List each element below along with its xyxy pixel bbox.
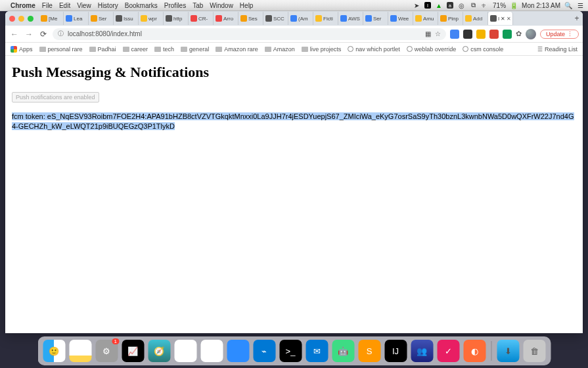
browser-tab[interactable]: Wee — [388, 12, 413, 25]
menu-history[interactable]: History — [98, 2, 118, 9]
browser-tab[interactable]: (Am — [288, 12, 313, 25]
tab-close-icon[interactable]: ✕ — [507, 16, 511, 22]
ext-icon[interactable] — [450, 30, 459, 39]
menubar-clock[interactable]: Mon 2:13 AM — [522, 2, 560, 9]
dock-notes[interactable] — [69, 340, 91, 362]
reload-button[interactable]: ⟳ — [38, 29, 49, 39]
dock-trash[interactable]: 🗑 — [523, 340, 545, 362]
tab-title: (Am — [298, 16, 308, 22]
status-icon[interactable]: ➤ — [413, 1, 420, 9]
status-icon[interactable]: ◎ — [457, 1, 465, 9]
extensions-icon[interactable]: ✿ — [516, 30, 522, 38]
browser-tab[interactable]: Issu — [114, 12, 139, 25]
window-maximize[interactable] — [28, 16, 34, 22]
browser-tab[interactable]: CR- — [189, 12, 214, 25]
browser-tab[interactable]: Ser — [363, 12, 388, 25]
address-bar[interactable]: ⓘ localhost:8080/index.html ▦ ☆ — [53, 28, 446, 40]
browser-tab[interactable]: [Me — [39, 12, 64, 25]
browser-tab[interactable]: Pinp — [438, 12, 463, 25]
dock-safari[interactable]: 🧭 — [148, 340, 170, 362]
wifi-icon[interactable]: ᯤ — [481, 1, 489, 9]
dock-vscode[interactable]: ⌁ — [253, 340, 275, 362]
ext-icon[interactable] — [503, 30, 512, 39]
browser-tab[interactable]: Add — [463, 12, 488, 25]
ext-icon[interactable] — [489, 30, 499, 39]
status-icon[interactable]: I — [424, 2, 431, 9]
ext-icon[interactable] — [476, 30, 486, 39]
dock-slack[interactable]: ✱ — [200, 340, 223, 362]
profile-avatar[interactable] — [526, 29, 536, 39]
dock-teams[interactable]: 👥 — [411, 340, 433, 362]
qr-icon[interactable]: ▦ — [425, 30, 431, 37]
fcm-token-text[interactable]: fcm token: eS_NqESV93Roibm7FOE2H4:APA91b… — [12, 112, 576, 131]
dock-sublime[interactable]: S — [358, 340, 380, 362]
bookmark-item[interactable]: general — [181, 46, 209, 53]
menu-profiles[interactable]: Profiles — [164, 2, 186, 9]
control-center-icon[interactable]: ☰ — [576, 1, 584, 9]
bookmark-item[interactable]: Amazon — [265, 46, 295, 53]
browser-tab[interactable]: I ✕✕ — [488, 12, 513, 25]
dock-finder[interactable]: 🙂 — [43, 340, 65, 362]
browser-tab[interactable]: Amu — [413, 12, 438, 25]
bookmark-item[interactable]: career — [123, 46, 148, 53]
tab-title: Arro — [223, 16, 233, 22]
favicon — [66, 15, 72, 22]
bookmark-item[interactable]: tech — [154, 46, 174, 53]
bookmark-item[interactable]: nav which portlet — [348, 46, 400, 53]
new-tab-button[interactable]: + — [571, 14, 583, 23]
menu-edit[interactable]: Edit — [59, 2, 70, 9]
browser-tab[interactable]: SCC — [263, 12, 288, 25]
menu-help[interactable]: Help — [240, 2, 254, 9]
battery-icon[interactable]: 🔋 — [510, 1, 518, 9]
browser-tab[interactable]: http — [164, 12, 189, 25]
app-name[interactable]: Chrome — [11, 2, 35, 9]
dock-postman[interactable]: ◐ — [463, 340, 486, 362]
favicon — [41, 15, 47, 22]
browser-tab[interactable]: Ser — [89, 12, 114, 25]
status-icon[interactable]: ▲ — [435, 1, 443, 9]
menu-tab[interactable]: Tab — [192, 2, 203, 9]
menu-window[interactable]: Window — [210, 2, 233, 9]
bookmark-item[interactable]: csm console — [463, 46, 503, 53]
bookmark-item[interactable]: personal rare — [39, 46, 83, 53]
status-icon[interactable]: ⧉ — [469, 1, 477, 9]
folder-icon — [89, 47, 96, 52]
bookmark-star-icon[interactable]: ☆ — [435, 30, 441, 37]
browser-tab[interactable]: Arro — [214, 12, 238, 25]
menu-bookmarks[interactable]: Bookmarks — [125, 2, 158, 9]
menu-file[interactable]: File — [42, 2, 53, 9]
dock-android[interactable]: 🤖 — [332, 340, 354, 362]
tab-title: Lea — [74, 16, 82, 22]
bookmark-item[interactable]: Amazon rare — [215, 46, 258, 53]
browser-tab[interactable]: Ficti — [313, 12, 338, 25]
chrome-menu-icon[interactable]: ⋮ — [567, 31, 573, 37]
dock-settings[interactable]: ⚙1 — [95, 340, 118, 362]
dock-terminal[interactable]: >_ — [279, 340, 302, 362]
reading-list[interactable]: ☰ Reading List — [537, 46, 577, 53]
bookmark-item[interactable]: weblab override — [407, 46, 457, 53]
browser-tab[interactable]: AWS — [338, 12, 363, 25]
dock-outlook[interactable]: ✉ — [305, 340, 328, 362]
update-button[interactable]: Update ⋮ — [540, 30, 579, 39]
window-close[interactable] — [9, 16, 15, 22]
favicon — [465, 15, 472, 22]
dock-zoom[interactable] — [227, 340, 249, 362]
browser-tab[interactable]: Lea — [64, 12, 89, 25]
dock-todo[interactable]: ✓ — [437, 340, 459, 362]
bookmark-item[interactable]: live projects — [302, 46, 342, 53]
dock-downloads[interactable]: ⬇ — [497, 340, 519, 362]
browser-tab[interactable]: Ses — [238, 12, 263, 25]
dock-activity[interactable]: 📈 — [122, 340, 144, 362]
dock-chrome[interactable]: ◎ — [174, 340, 196, 362]
bookmark-item[interactable]: Padhai — [89, 46, 116, 53]
browser-tab[interactable]: wpr — [139, 12, 164, 25]
bookmark-item[interactable]: Apps — [11, 46, 33, 53]
status-icon[interactable]: a — [447, 2, 453, 9]
ext-icon[interactable] — [463, 30, 472, 39]
menu-view[interactable]: View — [77, 2, 91, 9]
back-button[interactable]: ← — [9, 29, 20, 39]
dock-intellij[interactable]: IJ — [384, 340, 407, 362]
window-minimize[interactable] — [18, 16, 24, 22]
spotlight-icon[interactable]: 🔍 — [564, 1, 572, 9]
site-info-icon[interactable]: ⓘ — [58, 30, 64, 38]
